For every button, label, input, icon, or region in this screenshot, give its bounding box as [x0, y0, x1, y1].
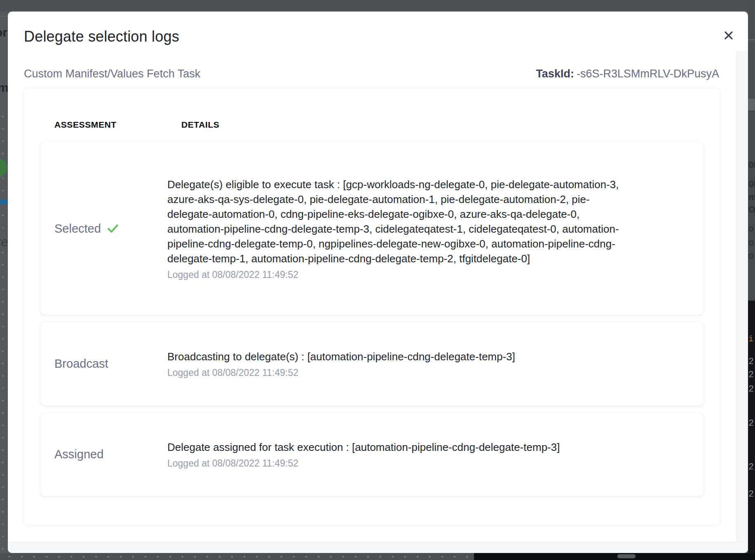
delegate-selection-logs-dialog: Delegate selection logs Custom Manifest/… [8, 12, 748, 553]
background-band [748, 99, 755, 110]
background-text-fragment: m [0, 81, 9, 95]
background-text-fragment: o [748, 223, 755, 234]
dialog-scrollbar-track[interactable] [736, 51, 748, 542]
dialog-title: Delegate selection logs [24, 28, 179, 45]
console-text-fragment: 2 [748, 384, 755, 394]
console-text-fragment: 2 [748, 370, 755, 380]
background-text-fragment: o [748, 250, 755, 261]
log-timestamp: Logged at 08/08/2022 11:49:52 [167, 269, 621, 280]
column-header-details: DETAILS [181, 120, 219, 130]
background-text-fragment: or [0, 26, 7, 40]
background-divider [748, 39, 755, 40]
background-text-fragment: O [748, 204, 755, 215]
assessment-label: Assigned [54, 448, 103, 461]
background-text-fragment: m [748, 192, 755, 203]
table-header-row: ASSESSMENT DETAILS [24, 89, 720, 130]
background-text-fragment: 08 [748, 179, 755, 189]
check-icon [106, 222, 120, 236]
background-divider [0, 16, 8, 17]
console-text-fragment: i. [748, 334, 755, 344]
console-horizontal-scrollbar[interactable] [617, 554, 635, 558]
backdrop-top-band [0, 0, 755, 12]
pipeline-connector [0, 200, 8, 205]
assessment-cell: Broadcast [54, 357, 167, 371]
details-cell: Delegate(s) eligible to execute task : [… [167, 177, 637, 280]
assessment-label: Selected [54, 222, 101, 236]
assessment-cell: Selected [54, 222, 167, 236]
assessment-cell: Assigned [54, 448, 167, 461]
dialog-footer [8, 542, 748, 553]
task-id-label: TaskId: [536, 68, 574, 80]
dialog-subheader: Custom Manifest/Values Fetch Task TaskId… [24, 68, 719, 80]
selection-log-table: ASSESSMENT DETAILS Selected Delegate(s) … [24, 89, 720, 525]
log-message: Delegate assigned for task execution : [… [167, 440, 621, 455]
close-icon [722, 29, 735, 42]
console-text-fragment: 2 [748, 489, 755, 499]
table-row: Assigned Delegate assigned for task exec… [40, 413, 703, 496]
background-text-fragment: re [0, 235, 8, 250]
task-id-value: -s6S-R3LSMmRLV-DkPusyA [577, 68, 719, 80]
background-left-edge: or m re [0, 0, 8, 560]
log-timestamp: Logged at 08/08/2022 11:49:52 [167, 367, 621, 378]
background-text-fragment: 08 [748, 160, 755, 170]
task-name: Custom Manifest/Values Fetch Task [24, 68, 200, 80]
table-row: Selected Delegate(s) eligible to execute… [40, 142, 703, 315]
pipeline-dot-grid [2, 110, 4, 552]
log-message: Delegate(s) eligible to execute task : [… [167, 177, 621, 266]
table-rows: Selected Delegate(s) eligible to execute… [24, 130, 720, 496]
pipeline-node-success-icon [0, 159, 7, 177]
pipeline-canvas-edge [0, 553, 474, 560]
column-header-assessment: ASSESSMENT [54, 120, 181, 130]
console-edge [474, 553, 755, 560]
table-row: Broadcast Broadcasting to delegate(s) : … [40, 322, 703, 406]
log-timestamp: Logged at 08/08/2022 11:49:52 [167, 458, 621, 469]
background-text-fragment: o [748, 237, 755, 248]
log-message: Broadcasting to delegate(s) : [automatio… [167, 349, 621, 364]
backdrop-bottom-band [0, 553, 755, 560]
background-right-edge: 08 08 m O o o o i. 2 2 2 2 2 2 [748, 0, 755, 560]
console-text-fragment: 2 [748, 357, 755, 367]
console-text-fragment: 2 [748, 418, 755, 429]
details-cell: Delegate assigned for task execution : [… [167, 440, 637, 469]
close-button[interactable] [720, 27, 737, 44]
task-id: TaskId:-s6S-R3LSMmRLV-DkPusyA [536, 68, 719, 80]
details-cell: Broadcasting to delegate(s) : [automatio… [167, 349, 637, 378]
assessment-label: Broadcast [54, 357, 108, 371]
console-text-fragment: 2 [748, 462, 755, 472]
